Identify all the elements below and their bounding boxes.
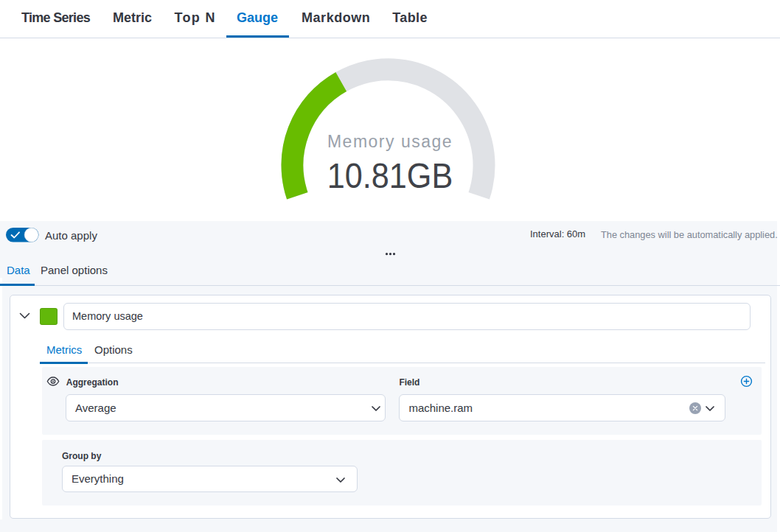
svg-text:10.81GB: 10.81GB [327, 156, 453, 196]
svg-text:Memory usage: Memory usage [327, 132, 453, 151]
